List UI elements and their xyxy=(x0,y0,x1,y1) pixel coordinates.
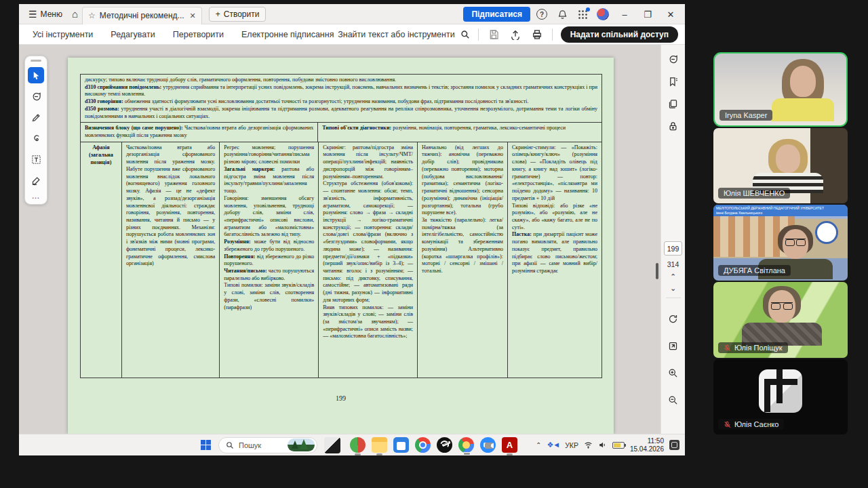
save-button[interactable] xyxy=(487,28,500,41)
divider xyxy=(552,28,553,41)
help-button[interactable]: ? xyxy=(533,6,551,22)
restore-button[interactable]: ❐ xyxy=(637,5,658,23)
document-tab[interactable]: ☆ Методичні рекоменд... ✕ xyxy=(82,7,202,24)
windows-logo-icon xyxy=(201,440,211,450)
menu-esign[interactable]: Електронне підписання xyxy=(241,30,334,39)
page-thumbnails-button[interactable] xyxy=(665,96,682,112)
mic-muted-icon xyxy=(724,421,731,428)
participant-avatar xyxy=(759,369,802,413)
video-tile-yuliia-saienko[interactable]: Юлія Саєнко xyxy=(713,359,848,434)
video-tile-yuliia-polishchuk[interactable]: Юлія Поліщук xyxy=(713,282,848,358)
notification-badge xyxy=(586,7,590,12)
select-tool-button[interactable] xyxy=(28,67,44,83)
start-button[interactable] xyxy=(197,436,214,454)
speaker-icon[interactable] xyxy=(598,441,607,449)
tab-close-icon[interactable]: ✕ xyxy=(189,12,196,20)
fit-page-button[interactable] xyxy=(665,338,682,354)
wifi-icon[interactable] xyxy=(584,441,593,449)
video-tile-iryna-kasper[interactable]: Iryna Kasper xyxy=(713,52,848,127)
lock-icon xyxy=(668,121,678,131)
language-indicator[interactable]: УКР xyxy=(565,441,578,449)
zoom-out-button[interactable] xyxy=(665,392,682,408)
stimuli-cell: Скринінг-стимули: — «Покажіть: олівець/к… xyxy=(507,142,601,378)
app-microsoft-store-icon[interactable] xyxy=(393,437,409,453)
app-chatgpt-icon[interactable] xyxy=(437,437,452,453)
notifications-button[interactable] xyxy=(553,6,571,22)
participant-name-label: Iryna Kasper xyxy=(719,110,772,121)
subscribe-button[interactable]: Підписатися xyxy=(463,7,530,22)
menu-all-tools[interactable]: Усі інструменти xyxy=(33,30,93,39)
share-access-button[interactable]: Надати спільний доступ xyxy=(561,26,678,43)
close-button[interactable]: ✕ xyxy=(660,5,681,23)
windows-taskbar: Пошук ⌃ ❖◄ УКР 11:50 15.04.2026 xyxy=(19,434,685,455)
block-definition-cell: Визначення блоку (що саме порушено): Час… xyxy=(81,123,318,141)
upload-cloud-icon xyxy=(510,29,521,40)
sign-tool-button[interactable] xyxy=(28,172,44,188)
menu-edit[interactable]: Редагувати xyxy=(111,30,155,39)
bell-icon xyxy=(557,9,568,20)
zoom-in-button[interactable] xyxy=(665,365,682,381)
find-text-button[interactable]: Знайти текст або інструменти xyxy=(338,30,469,39)
document-viewport: … дискурсу; типово включає труднощі добо… xyxy=(19,45,685,434)
acrobat-toolbar: Усі інструменти Редагувати Перетворити Е… xyxy=(19,24,685,45)
menu-convert[interactable]: Перетворити xyxy=(173,30,224,39)
participant-video xyxy=(772,59,834,121)
tab-title: Методичні рекоменд... xyxy=(100,11,184,20)
participants-panel: Iryna Kasper Юлія ШЕВЧЕНКО МЕЛІТОПОЛЬСЬК… xyxy=(713,52,848,436)
cursor-arrow-icon xyxy=(31,70,41,81)
rotate-page-button[interactable] xyxy=(665,310,682,327)
bookmarks-panel-button[interactable] xyxy=(665,73,682,89)
current-page-input[interactable]: 199 xyxy=(664,241,682,256)
notification-center-button[interactable] xyxy=(669,440,679,450)
previous-page-button[interactable]: ⌃ xyxy=(670,273,676,280)
app-chrome-icon[interactable] xyxy=(415,437,431,453)
screening-cell: Скринінг: раптова/підгостра зміна мовлен… xyxy=(318,142,417,378)
battery-icon[interactable] xyxy=(612,442,625,449)
home-button[interactable]: ⌂ xyxy=(68,6,82,22)
vertical-scrollbar[interactable] xyxy=(656,45,659,434)
table-intro-cell: дискурсу; типово включає труднощі добору… xyxy=(81,75,601,123)
menu-button[interactable]: ☰ Меню xyxy=(23,6,68,22)
minimize-button[interactable]: – xyxy=(614,5,635,23)
term-cell: Афазія (загальна позиція) xyxy=(81,142,121,378)
upload-button[interactable] xyxy=(509,28,522,41)
scrollbar-thumb[interactable] xyxy=(656,263,658,279)
print-button[interactable] xyxy=(530,28,544,41)
video-tile-dubiaha-svitlana[interactable]: МЕЛІТОПОЛЬСЬКИЙ ДЕРЖАВНИЙ ПЕДАГОГІЧНИЙ У… xyxy=(713,205,848,281)
pages-icon xyxy=(668,99,678,109)
next-page-button[interactable]: ⌃ xyxy=(670,285,676,291)
apps-grid-button[interactable] xyxy=(574,6,591,22)
definition-cell: Часткова/повна втрата або дезорганізація… xyxy=(121,142,219,378)
highlight-tool-button[interactable] xyxy=(28,109,44,125)
zoom-in-icon xyxy=(668,368,678,378)
zoom-out-icon xyxy=(668,395,678,405)
onedrive-icon[interactable]: ❖◄ xyxy=(547,441,559,449)
participant-video xyxy=(753,139,823,193)
drag-handle[interactable] xyxy=(31,60,41,62)
app-zoom-icon[interactable] xyxy=(480,437,496,453)
task-view-button[interactable] xyxy=(324,437,340,453)
draw-tool-button[interactable] xyxy=(28,130,44,146)
plus-icon: + xyxy=(216,9,220,19)
tray-time: 11:50 xyxy=(630,437,664,445)
comments-panel-button[interactable] xyxy=(665,51,682,67)
comments-icon xyxy=(668,54,678,64)
taskbar-search[interactable]: Пошук xyxy=(218,437,317,453)
comment-tool-button[interactable] xyxy=(28,88,44,104)
app-chrome-profile-icon[interactable] xyxy=(458,437,474,453)
pdf-page[interactable]: дискурсу; типово включає труднощі добору… xyxy=(68,58,614,434)
clock[interactable]: 11:50 15.04.2026 xyxy=(630,437,664,453)
app-browser-icon[interactable] xyxy=(350,437,366,453)
search-placeholder: Пошук xyxy=(239,441,261,449)
create-tab-button[interactable]: + Створити xyxy=(209,7,267,22)
search-icon xyxy=(460,30,470,39)
more-tools-button[interactable]: … xyxy=(32,193,41,201)
video-tile-yuliia-shevchenko[interactable]: Юлія ШЕВЧЕНКО xyxy=(713,128,848,203)
account-avatar[interactable] xyxy=(594,6,612,22)
add-text-tool-button[interactable] xyxy=(28,151,44,167)
table-row: Афазія (загальна позиція) Часткова/повна… xyxy=(81,142,601,378)
tray-expand-button[interactable]: ⌃ xyxy=(536,441,541,449)
app-file-explorer-icon[interactable] xyxy=(372,437,387,453)
protect-panel-button[interactable] xyxy=(665,118,682,134)
app-acrobat-icon[interactable] xyxy=(502,437,517,453)
